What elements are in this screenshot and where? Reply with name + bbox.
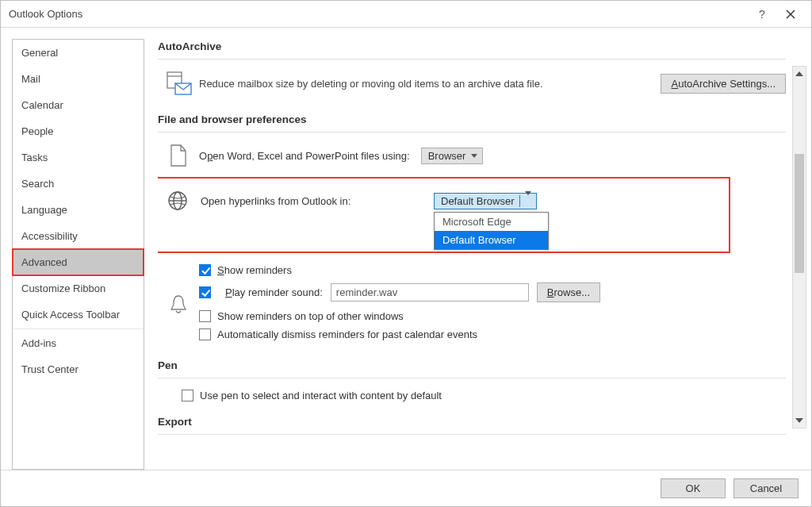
open-files-value: Browser <box>428 150 466 162</box>
title-bar: Outlook Options ? <box>1 1 811 28</box>
play-sound-label: Play reminder sound: <box>225 286 323 298</box>
sidebar-item-advanced[interactable]: Advanced <box>13 249 144 275</box>
document-icon <box>168 144 189 167</box>
sidebar-item-general[interactable]: General <box>13 40 144 66</box>
sidebar-item-calendar[interactable]: Calendar <box>13 92 144 118</box>
section-title-export: Export <box>158 416 786 428</box>
play-sound-checkbox[interactable] <box>199 286 211 298</box>
scroll-down-button[interactable] <box>793 413 806 428</box>
reminders-on-top-checkbox[interactable] <box>199 310 211 322</box>
open-files-select[interactable]: Browser <box>421 148 483 164</box>
close-icon <box>786 10 795 19</box>
reminder-sound-input[interactable] <box>331 283 529 302</box>
svg-marker-5 <box>171 145 186 166</box>
sidebar-item-customize-ribbon[interactable]: Customize Ribbon <box>13 275 144 302</box>
section-divider <box>158 434 786 435</box>
nav-sidebar: General Mail Calendar People Tasks Searc… <box>12 39 144 470</box>
sidebar-item-trust-center[interactable]: Trust Center <box>13 356 144 382</box>
autoarchive-settings-button[interactable]: AutoArchive Settings... <box>661 74 786 94</box>
bell-icon <box>168 293 189 317</box>
section-divider <box>158 59 786 60</box>
globe-icon <box>167 190 189 212</box>
auto-dismiss-label: Automatically dismiss reminders for past… <box>217 328 477 340</box>
scrollbar-thumb[interactable] <box>795 154 804 273</box>
open-files-label: Open Word, Excel and PowerPoint files us… <box>199 150 410 162</box>
open-links-value: Default Browser <box>441 195 514 207</box>
use-pen-checkbox[interactable] <box>182 390 193 401</box>
sidebar-item-quick-access-toolbar[interactable]: Quick Access Toolbar <box>13 302 144 328</box>
open-links-dropdown: Microsoft Edge Default Browser <box>434 212 549 250</box>
chevron-down-icon <box>525 191 531 207</box>
sidebar-item-search[interactable]: Search <box>13 171 144 197</box>
dropdown-item-default-browser[interactable]: Default Browser <box>435 231 548 249</box>
scroll-up-button[interactable] <box>793 67 806 81</box>
content-panel: AutoArchive Reduce mailbox size by delet… <box>158 36 789 470</box>
section-title-autoarchive: AutoArchive <box>158 40 786 52</box>
archive-icon <box>164 71 193 96</box>
reminders-on-top-label: Show reminders on top of other windows <box>217 310 404 322</box>
sidebar-separator <box>13 328 144 329</box>
section-divider <box>158 378 786 378</box>
vertical-scrollbar[interactable] <box>792 66 806 428</box>
close-button[interactable] <box>776 3 805 25</box>
help-button[interactable]: ? <box>748 3 776 25</box>
browse-button[interactable]: Browse... <box>537 282 600 302</box>
auto-dismiss-checkbox[interactable] <box>199 328 211 340</box>
dropdown-item-edge[interactable]: Microsoft Edge <box>435 213 548 231</box>
open-links-select[interactable]: Default Browser <box>434 193 537 209</box>
sidebar-item-people[interactable]: People <box>13 118 144 144</box>
section-title-pen: Pen <box>158 359 786 371</box>
sidebar-item-accessibility[interactable]: Accessibility <box>13 223 144 249</box>
open-links-label: Open hyperlinks from Outlook in: <box>201 195 423 207</box>
sidebar-item-language[interactable]: Language <box>13 197 144 223</box>
autoarchive-description: Reduce mailbox size by deleting or movin… <box>199 78 661 90</box>
section-divider <box>158 132 786 133</box>
use-pen-label: Use pen to select and interact with cont… <box>200 390 442 401</box>
show-reminders-checkbox[interactable] <box>199 264 211 276</box>
show-reminders-label: Show reminders <box>217 264 292 276</box>
section-title-filebrowser: File and browser preferences <box>158 113 786 125</box>
sidebar-item-addins[interactable]: Add-ins <box>13 330 144 356</box>
sidebar-item-mail[interactable]: Mail <box>13 66 144 92</box>
chevron-down-icon <box>471 154 477 158</box>
sidebar-item-tasks[interactable]: Tasks <box>13 144 144 171</box>
cancel-button[interactable]: Cancel <box>733 478 799 498</box>
dialog-footer: OK Cancel <box>1 470 811 506</box>
ok-button[interactable]: OK <box>661 478 726 498</box>
window-title: Outlook Options <box>9 8 748 20</box>
